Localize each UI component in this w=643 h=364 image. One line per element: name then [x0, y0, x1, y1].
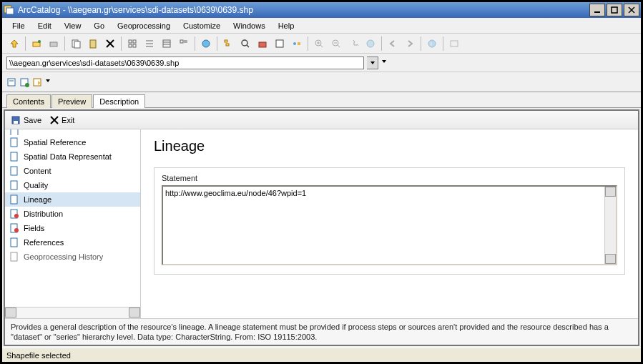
toolbar2-options-icon[interactable] — [45, 78, 51, 87]
scroll-left-icon[interactable] — [5, 308, 16, 318]
sidebar-hscrollbar[interactable] — [5, 307, 140, 318]
connect-icon[interactable] — [29, 36, 44, 51]
copy-icon[interactable] — [68, 36, 84, 51]
forward-icon[interactable] — [402, 36, 418, 51]
zoom-out-icon[interactable] — [328, 36, 344, 51]
document-icon — [9, 237, 19, 247]
toolbar-options-icon[interactable] — [381, 59, 387, 67]
save-button[interactable]: Save — [11, 115, 41, 125]
status-bar: Shapefile selected — [2, 348, 641, 362]
svg-text:i: i — [431, 41, 432, 47]
sidebar-item-spatial-data-representation[interactable]: Spatial Data Representat — [5, 149, 140, 164]
paste-icon[interactable] — [85, 36, 101, 51]
scroll-down-icon[interactable] — [605, 254, 616, 264]
save-label: Save — [24, 116, 41, 124]
svg-rect-14 — [129, 40, 132, 43]
identify-icon[interactable]: i — [424, 36, 440, 51]
delete-icon[interactable] — [102, 36, 118, 51]
minimize-button[interactable] — [589, 4, 605, 16]
address-dropdown-icon[interactable] — [367, 56, 378, 69]
details-icon[interactable] — [159, 36, 175, 51]
svg-rect-66 — [11, 238, 17, 247]
full-extent-icon[interactable] — [363, 36, 378, 51]
menu-go[interactable]: Go — [88, 20, 110, 31]
metadata-export-icon[interactable] — [32, 77, 42, 87]
zoom-in-icon[interactable] — [311, 36, 327, 51]
sidebar-item-geoprocessing-history[interactable]: Geoprocessing History — [5, 250, 140, 264]
exit-label: Exit — [62, 116, 74, 124]
catalog-tree-icon[interactable] — [220, 36, 236, 51]
description-toolbar: Save Exit — [5, 111, 638, 129]
scroll-track[interactable] — [16, 308, 129, 318]
sidebar-item-spatial-reference[interactable]: Spatial Reference — [5, 135, 140, 149]
svg-point-44 — [428, 40, 436, 47]
sidebar-item-partial-top[interactable] — [5, 129, 140, 135]
document-icon — [9, 152, 19, 162]
scroll-track[interactable] — [605, 197, 616, 254]
maximize-button[interactable] — [607, 4, 622, 16]
svg-line-41 — [338, 45, 340, 47]
tab-contents[interactable]: Contents — [6, 94, 51, 108]
menu-customize[interactable]: Customize — [177, 20, 226, 31]
disconnect-icon[interactable] — [46, 36, 62, 51]
metadata-view-icon[interactable] — [6, 77, 16, 87]
tab-description[interactable]: Description — [93, 94, 145, 108]
app-icon — [4, 4, 15, 16]
svg-rect-15 — [133, 40, 136, 43]
model-builder-icon[interactable] — [289, 36, 305, 51]
tab-preview[interactable]: Preview — [51, 94, 92, 108]
document-icon — [9, 180, 19, 190]
svg-rect-60 — [11, 181, 17, 190]
menu-windows[interactable]: Windows — [227, 20, 271, 31]
list-icon[interactable] — [142, 36, 157, 51]
sidebar-item-distribution[interactable]: Distribution — [5, 207, 140, 221]
pan-icon[interactable] — [345, 36, 361, 51]
svg-rect-59 — [11, 167, 17, 175]
document-icon — [9, 195, 19, 205]
large-icons-icon[interactable] — [124, 36, 140, 51]
svg-rect-32 — [259, 42, 266, 47]
statement-textarea[interactable] — [163, 187, 604, 264]
menu-view[interactable]: View — [59, 20, 87, 31]
content-body: Spatial Reference Spatial Data Represent… — [5, 129, 638, 318]
titlebar: ArcCatalog - \\aegean.gr\services\sdi-da… — [2, 2, 641, 18]
exit-button[interactable]: Exit — [50, 116, 74, 124]
warning-document-icon — [9, 223, 19, 233]
save-icon — [11, 115, 21, 125]
svg-rect-57 — [11, 138, 17, 147]
up-icon[interactable] — [6, 36, 22, 51]
menu-file[interactable]: File — [6, 20, 31, 31]
launch-arcmap-icon[interactable] — [198, 36, 214, 51]
svg-point-34 — [293, 42, 296, 45]
menu-help[interactable]: Help — [273, 20, 300, 31]
svg-point-63 — [14, 214, 19, 218]
main-panel: Lineage Statement — [141, 129, 638, 318]
create-thumbnail-icon[interactable] — [446, 36, 462, 51]
menu-edit[interactable]: Edit — [32, 20, 57, 31]
scroll-right-icon[interactable] — [129, 308, 140, 318]
metadata-edit-icon[interactable] — [19, 77, 29, 87]
toolbox-icon[interactable] — [255, 36, 270, 51]
textarea-scrollbar[interactable] — [604, 187, 616, 264]
svg-point-43 — [367, 40, 374, 47]
tab-strip: Contents Preview Description — [2, 92, 641, 108]
svg-rect-47 — [8, 79, 15, 86]
back-icon[interactable] — [385, 36, 401, 51]
svg-rect-24 — [180, 40, 183, 43]
sidebar-item-references[interactable]: References — [5, 235, 140, 250]
menu-geoprocessing[interactable]: Geoprocessing — [112, 20, 176, 31]
svg-point-27 — [202, 40, 210, 47]
menubar: File Edit View Go Geoprocessing Customiz… — [2, 18, 641, 34]
sidebar-item-content[interactable]: Content — [5, 164, 140, 178]
sidebar-item-quality[interactable]: Quality — [5, 178, 140, 192]
sidebar-item-fields[interactable]: Fields — [5, 221, 140, 235]
sidebar-item-lineage[interactable]: Lineage — [5, 192, 140, 207]
scroll-up-icon[interactable] — [605, 187, 616, 197]
thumbnails-icon[interactable] — [176, 36, 192, 51]
search-icon[interactable] — [237, 36, 253, 51]
close-button[interactable] — [624, 4, 639, 16]
svg-rect-21 — [163, 40, 170, 47]
svg-rect-58 — [11, 152, 17, 161]
python-icon[interactable] — [272, 36, 288, 51]
address-input[interactable] — [6, 56, 364, 69]
